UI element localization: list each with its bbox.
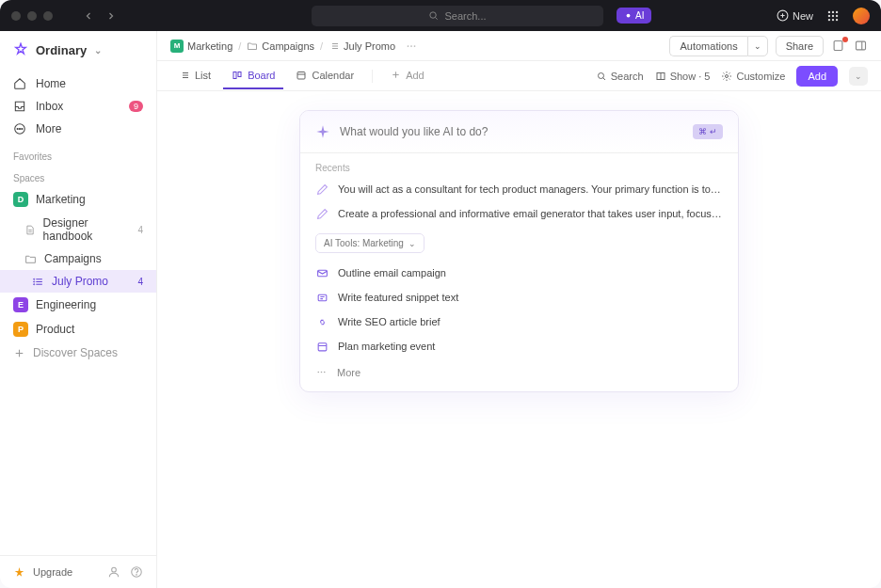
maximize-window[interactable] — [43, 11, 53, 21]
ai-button[interactable]: AI — [617, 8, 651, 24]
space-engineering-icon: E — [13, 297, 28, 312]
plus-icon — [13, 347, 25, 359]
ai-tool-item[interactable]: Write SEO article brief — [300, 310, 738, 334]
folder-icon — [247, 40, 258, 52]
chevron-down-icon: ⌄ — [408, 239, 416, 248]
recent-item[interactable]: Create a professional and informative em… — [300, 201, 738, 226]
nav-arrows — [79, 7, 120, 25]
email-icon — [315, 266, 328, 279]
view-tab-list[interactable]: List — [170, 63, 219, 89]
gear-icon — [721, 71, 732, 82]
add-task-dropdown[interactable]: ⌄ — [849, 67, 868, 86]
breadcrumb-campaigns[interactable]: Campaigns — [247, 40, 314, 52]
ai-tool-item[interactable]: Write featured snippet text — [300, 285, 738, 310]
nav-inbox[interactable]: Inbox 9 — [0, 95, 156, 118]
global-search[interactable]: Search... — [312, 6, 603, 26]
recent-item[interactable]: You will act as a consultant for tech pr… — [300, 177, 738, 201]
inbox-badge: 9 — [129, 101, 143, 112]
search-icon — [428, 10, 439, 21]
content-area: ⌘ ↵ Recents You will act as a consultant… — [157, 91, 881, 588]
user-avatar[interactable] — [853, 8, 870, 24]
svg-point-17 — [19, 128, 20, 129]
svg-rect-46 — [297, 72, 305, 79]
svg-point-63 — [324, 372, 326, 373]
share-button[interactable]: Share — [776, 36, 824, 56]
svg-rect-45 — [238, 72, 241, 76]
svg-line-51 — [602, 77, 605, 80]
workspace-name: Ordinary — [36, 43, 87, 57]
new-button[interactable]: New — [777, 9, 813, 22]
ai-header: ⌘ ↵ — [300, 111, 738, 152]
svg-point-36 — [410, 45, 412, 47]
panel-icon[interactable] — [854, 39, 868, 53]
upgrade-link[interactable]: Upgrade — [33, 566, 72, 578]
space-product-icon: P — [13, 322, 28, 337]
add-view-button[interactable]: Add — [382, 63, 433, 89]
automations-dropdown[interactable]: ⌄ — [747, 36, 768, 56]
automations-button[interactable]: Automations — [669, 36, 746, 56]
add-task-button[interactable]: Add — [796, 66, 838, 87]
workspace-logo-icon — [13, 42, 28, 57]
svg-rect-59 — [318, 342, 327, 350]
titlebar: Search... AI New — [0, 0, 881, 31]
back-button[interactable] — [79, 7, 98, 25]
nav-home[interactable]: Home — [0, 72, 156, 95]
space-designer-handbook[interactable]: Designer handbook 4 — [0, 212, 156, 247]
pencil-icon — [315, 207, 328, 220]
show-columns-button[interactable]: Show · 5 — [655, 71, 711, 82]
calendar-icon — [315, 340, 328, 353]
nav-more[interactable]: More — [0, 118, 156, 140]
plus-circle-icon — [777, 9, 789, 22]
svg-point-12 — [828, 18, 830, 20]
pencil-icon — [315, 183, 328, 196]
svg-point-10 — [832, 14, 834, 16]
space-july-promo[interactable]: July Promo 4 — [0, 270, 156, 293]
sidebar-footer: Upgrade — [0, 555, 156, 588]
help-icon[interactable] — [130, 565, 143, 579]
search-view-button[interactable]: Search — [596, 71, 644, 82]
user-icon[interactable] — [107, 565, 120, 579]
space-product[interactable]: P Product — [0, 317, 156, 342]
breadcrumb-july-promo[interactable]: July Promo — [328, 40, 395, 52]
doc-icon — [24, 224, 36, 236]
space-engineering[interactable]: E Engineering — [0, 293, 156, 317]
svg-point-62 — [321, 372, 323, 373]
list-icon — [32, 276, 44, 288]
ai-shortcut-badge: ⌘ ↵ — [693, 124, 723, 139]
more-dots-icon[interactable] — [405, 40, 418, 53]
apps-grid-icon[interactable] — [826, 9, 840, 23]
snippet-icon — [315, 291, 328, 304]
breadcrumb-marketing[interactable]: M Marketing — [170, 40, 232, 53]
workspace-switcher[interactable]: Ordinary ⌄ — [0, 31, 156, 69]
chevron-down-icon: ⌄ — [754, 41, 761, 51]
ai-tool-item[interactable]: Plan marketing event — [300, 334, 738, 358]
forward-button[interactable] — [102, 7, 120, 25]
recents-label: Recents — [300, 153, 738, 177]
ai-prompt-input[interactable] — [340, 125, 683, 138]
svg-point-13 — [832, 18, 834, 20]
inbox-icon — [13, 100, 26, 113]
discover-spaces[interactable]: Discover Spaces — [0, 342, 156, 364]
space-marketing-icon: D — [13, 192, 28, 207]
space-campaigns[interactable]: Campaigns — [0, 247, 156, 270]
svg-point-35 — [408, 45, 409, 47]
svg-point-29 — [112, 567, 117, 572]
notifications-icon[interactable] — [831, 39, 846, 54]
ai-tool-item[interactable]: Outline email campaign — [300, 261, 738, 285]
svg-point-16 — [17, 128, 18, 129]
svg-point-11 — [836, 14, 838, 16]
home-icon — [13, 77, 26, 90]
svg-point-26 — [34, 283, 35, 284]
search-placeholder: Search... — [444, 10, 486, 22]
view-tab-board[interactable]: Board — [223, 63, 283, 89]
view-tab-calendar[interactable]: Calendar — [287, 63, 362, 89]
breadcrumb-bar: M Marketing / Campaigns / July Promo Aut… — [157, 31, 881, 61]
ai-tools-filter[interactable]: AI Tools: Marketing ⌄ — [315, 233, 424, 253]
svg-rect-56 — [318, 294, 327, 301]
svg-point-14 — [836, 18, 838, 20]
minimize-window[interactable] — [27, 11, 37, 21]
space-marketing[interactable]: D Marketing — [0, 187, 156, 212]
customize-button[interactable]: Customize — [721, 71, 785, 82]
ai-more-button[interactable]: More — [300, 358, 738, 391]
close-window[interactable] — [11, 11, 21, 21]
